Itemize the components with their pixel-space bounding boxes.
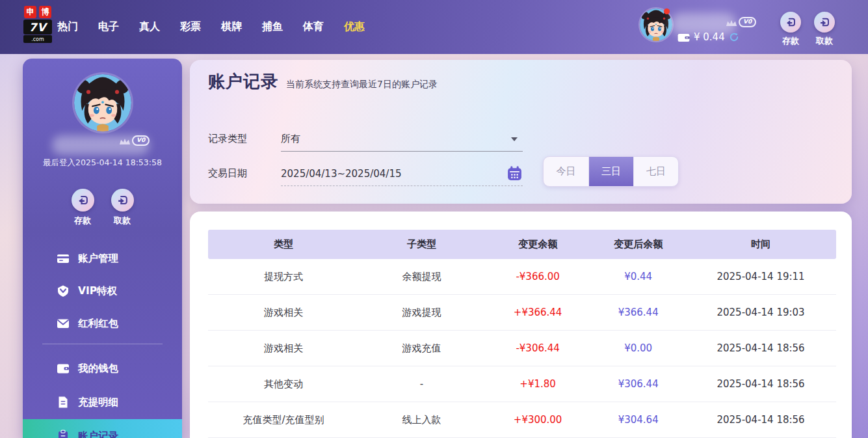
sidebar-item-account-management[interactable]: 账户管理 <box>23 242 182 275</box>
date-range-value: 2025/04/13~2025/04/15 <box>281 168 401 180</box>
wallet-icon <box>677 33 690 42</box>
top-navigation: 热门 电子 真人 彩票 棋牌 捕鱼 体育 优惠 <box>57 0 365 54</box>
withdraw-icon <box>819 16 830 28</box>
clipboard-icon <box>57 430 70 438</box>
nav-item-sports[interactable]: 体育 <box>303 20 324 34</box>
sidebar-quick-actions: 存款 取款 <box>23 189 182 226</box>
cell-time: 2025-04-14 18:56 <box>685 342 836 354</box>
site-logo[interactable]: 申 博 7V .com <box>23 6 53 43</box>
sidebar-item-label: 账户记录 <box>78 430 118 438</box>
chevron-down-icon <box>511 137 518 141</box>
cell-change: +¥1.80 <box>484 378 591 390</box>
header-time: 时间 <box>685 238 836 251</box>
cell-time: 2025-04-14 19:11 <box>685 271 836 282</box>
withdraw-icon <box>116 194 129 206</box>
nav-item-cards[interactable]: 棋牌 <box>221 20 242 34</box>
table-row: 游戏相关 游戏充值 -¥306.44 ¥0.00 2025-04-14 18:5… <box>208 331 836 366</box>
cell-subtype: 线上入款 <box>359 414 484 426</box>
record-type-label: 记录类型 <box>208 133 281 152</box>
sidebar-item-bonus[interactable]: 红利红包 <box>23 307 182 340</box>
nav-item-promos[interactable]: 优惠 <box>344 20 365 34</box>
sidebar-item-account-records[interactable]: 账户记录 <box>23 419 182 438</box>
topbar: 申 博 7V .com 热门 电子 真人 彩票 棋牌 捕鱼 体育 优惠 <box>0 0 868 54</box>
range-button-7days[interactable]: 七日 <box>633 157 678 186</box>
nav-item-fishing[interactable]: 捕鱼 <box>262 20 283 34</box>
nav-item-lottery[interactable]: 彩票 <box>180 20 201 34</box>
header-change: 变更余额 <box>484 238 591 251</box>
cell-balance-after: ¥304.64 <box>591 414 685 426</box>
date-range-row: 交易日期 2025/04/13~2025/04/15 <box>208 161 523 186</box>
logo-7v: 7V <box>23 20 52 34</box>
cell-balance-after: ¥306.44 <box>591 378 685 390</box>
sidebar-deposit-button[interactable]: 存款 <box>72 189 94 226</box>
record-type-row: 记录类型 所有 <box>208 127 523 152</box>
record-type-select[interactable]: 所有 <box>281 127 523 152</box>
sidebar-withdraw-button[interactable]: 取款 <box>111 189 134 226</box>
menu-divider <box>42 344 163 344</box>
sidebar-item-deposit-withdraw-details[interactable]: 充提明细 <box>23 385 182 419</box>
date-label: 交易日期 <box>208 167 281 186</box>
logo-com: .com <box>23 35 52 43</box>
vip-level-badge: V0 <box>739 17 756 27</box>
range-button-3days[interactable]: 三日 <box>588 157 633 186</box>
cell-change: -¥366.00 <box>484 271 591 282</box>
cell-balance-after: ¥0.44 <box>591 271 685 282</box>
calendar-icon[interactable] <box>506 165 523 182</box>
sidebar-item-vip[interactable]: VIP特权 <box>23 275 182 307</box>
crown-icon <box>726 19 737 27</box>
cell-balance-after: ¥0.00 <box>591 342 685 354</box>
table-row: 充值类型/充值型别 线上入款 +¥300.00 ¥304.64 2025-04-… <box>208 402 836 438</box>
withdraw-label: 取款 <box>805 35 844 47</box>
cell-balance-after: ¥366.44 <box>591 307 685 318</box>
withdraw-button[interactable]: 取款 <box>805 12 844 47</box>
cell-subtype: 余额提现 <box>359 271 484 283</box>
balance-amount: ¥ 0.44 <box>694 31 725 43</box>
table-row: 提现方式 余额提现 -¥366.00 ¥0.44 2025-04-14 19:1… <box>208 259 836 295</box>
date-range-input[interactable]: 2025/04/13~2025/04/15 <box>281 161 523 186</box>
deposit-label: 存款 <box>771 35 810 47</box>
records-table-card: 类型 子类型 变更余额 变更后余额 时间 提现方式 余额提现 -¥366.00 … <box>190 212 852 438</box>
vip-level-badge: V0 <box>132 135 150 146</box>
last-login-text: 最后登入2025-04-14 18:53:58 <box>23 157 182 169</box>
sidebar-item-label: 充提明细 <box>78 396 118 409</box>
range-button-today[interactable]: 今日 <box>544 157 588 186</box>
cell-change: +¥366.44 <box>484 307 591 318</box>
page-subtitle: 当前系统支持查询最近7日的账户记录 <box>286 79 438 90</box>
table-header-row: 类型 子类型 变更余额 变更后余额 时间 <box>208 230 836 259</box>
cell-type: 提现方式 <box>208 271 359 283</box>
avatar-image <box>74 74 131 131</box>
notification-dot <box>664 8 670 14</box>
record-type-value: 所有 <box>281 133 300 145</box>
page-title: 账户记录 <box>208 70 278 93</box>
page-header: 账户记录 当前系统支持查询最近7日的账户记录 <box>208 70 438 93</box>
cell-type: 充值类型/充值型别 <box>208 414 359 426</box>
header-type: 类型 <box>208 238 359 251</box>
deposit-icon <box>77 194 89 206</box>
quick-range-group: 今日 三日 七日 <box>543 156 679 187</box>
nav-item-slots[interactable]: 电子 <box>98 20 119 34</box>
card-icon <box>57 252 70 265</box>
records-table: 类型 子类型 变更余额 变更后余额 时间 提现方式 余额提现 -¥366.00 … <box>208 230 836 438</box>
refresh-balance-icon[interactable] <box>729 32 739 42</box>
cell-time: 2025-04-14 19:03 <box>685 307 836 318</box>
sidebar-item-my-wallet[interactable]: 我的钱包 <box>23 351 182 385</box>
sidebar-menu-primary: 账户管理 VIP特权 红利红包 <box>23 242 182 340</box>
cell-subtype: 游戏提现 <box>359 307 484 319</box>
nav-item-live[interactable]: 真人 <box>139 20 160 34</box>
profile-avatar[interactable] <box>74 74 131 131</box>
wallet-icon <box>57 362 70 375</box>
logo-char-1: 申 <box>24 6 36 18</box>
cell-subtype: 游戏充值 <box>359 342 484 355</box>
cell-time: 2025-04-14 18:56 <box>685 378 836 390</box>
header-subtype: 子类型 <box>359 238 484 251</box>
nav-item-hot[interactable]: 热门 <box>57 20 78 34</box>
cell-time: 2025-04-14 18:56 <box>685 414 836 426</box>
cell-change: -¥306.44 <box>484 342 591 354</box>
cell-type: 其他变动 <box>208 378 359 390</box>
deposit-label: 存款 <box>72 215 94 226</box>
deposit-icon <box>785 16 796 28</box>
vip-shield-icon <box>57 284 70 297</box>
sidebar-item-label: 账户管理 <box>78 252 118 266</box>
vip-badge-sidebar: V0 <box>119 135 150 146</box>
deposit-button[interactable]: 存款 <box>771 12 810 47</box>
